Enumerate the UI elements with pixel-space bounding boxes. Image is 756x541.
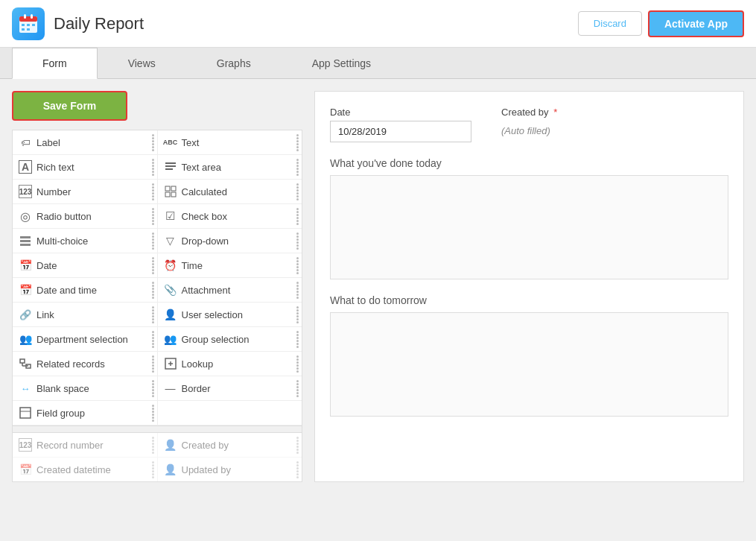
field-label-text: Check box	[182, 211, 296, 222]
attachment-icon: 📎	[164, 283, 177, 297]
field-item-rich-text[interactable]: A Rich text	[13, 155, 158, 179]
field-item-border[interactable]: — Border	[158, 376, 302, 400]
field-item-department-selection[interactable]: 👥 Department selection	[13, 327, 158, 351]
field-item-group-selection[interactable]: 👥 Group selection	[158, 327, 302, 351]
page-title: Daily Report	[54, 14, 578, 34]
required-marker: *	[553, 107, 557, 118]
field-row: ◎ Radio button ☑ Check box	[13, 204, 302, 229]
drag-handle	[296, 331, 299, 348]
field-item-date[interactable]: 📅 Date	[13, 253, 158, 277]
drag-handle	[152, 306, 154, 323]
svg-rect-7	[22, 28, 25, 31]
field-label-text: Rich text	[36, 162, 151, 173]
field-item-blank-space[interactable]: ↔ Blank space	[13, 376, 158, 400]
tab-views[interactable]: Views	[98, 48, 186, 78]
drag-handle	[152, 208, 154, 225]
field-label-text: Date and time	[36, 285, 151, 296]
created-by-icon: 👤	[164, 438, 177, 452]
tab-form[interactable]: Form	[12, 48, 98, 79]
field-item-calculated[interactable]: Calculated	[158, 180, 302, 203]
drag-handle	[152, 331, 154, 348]
field-group-icon	[19, 406, 32, 420]
user-selection-icon: 👤	[164, 308, 177, 321]
field-label-text: Created datetime	[36, 464, 151, 475]
field-label-text: Label	[36, 137, 151, 148]
field-item-drop-down[interactable]: ▽ Drop-down	[158, 229, 302, 253]
field-item-created-by[interactable]: 👤 Created by	[158, 433, 302, 457]
field-item-lookup[interactable]: Lookup	[158, 352, 302, 376]
drag-handle	[296, 159, 299, 176]
field-item-radio-button[interactable]: ◎ Radio button	[13, 204, 158, 228]
textarea2-input[interactable]	[330, 312, 728, 417]
textarea1-group: What you've done today	[330, 154, 728, 291]
department-selection-icon: 👥	[19, 332, 32, 346]
updated-by-icon: 👤	[164, 463, 177, 476]
field-item-check-box[interactable]: ☑ Check box	[158, 204, 302, 228]
drag-handle	[152, 159, 154, 176]
svg-rect-17	[20, 240, 31, 242]
field-item-text[interactable]: ABC Text	[158, 130, 302, 154]
discard-button[interactable]: Discard	[578, 11, 642, 36]
svg-rect-18	[20, 244, 31, 246]
svg-rect-12	[165, 186, 170, 191]
date-field-group: Date	[330, 107, 471, 142]
field-item-time[interactable]: ⏰ Time	[158, 253, 302, 277]
tab-app-settings[interactable]: App Settings	[282, 48, 401, 78]
field-item-multi-choice[interactable]: Multi-choice	[13, 229, 158, 253]
field-item-field-group[interactable]: Field group	[13, 401, 158, 425]
svg-rect-9	[165, 162, 176, 164]
drag-handle	[296, 282, 299, 299]
svg-rect-2	[24, 14, 26, 19]
activate-app-button[interactable]: Activate App	[648, 10, 744, 37]
calculated-icon	[164, 185, 177, 198]
save-form-button[interactable]: Save Form	[12, 91, 127, 121]
form-top-row: Date Created by * (Auto filled)	[330, 107, 728, 142]
drag-handle	[152, 257, 154, 274]
field-item-updated-by[interactable]: 👤 Updated by	[158, 458, 302, 481]
field-label-text: Border	[182, 383, 296, 394]
field-label-text: Lookup	[182, 358, 296, 370]
field-label-text: Text	[182, 137, 296, 148]
textarea1-input[interactable]	[330, 175, 728, 279]
field-row: Multi-choice ▽ Drop-down	[13, 229, 302, 253]
field-item-date-and-time[interactable]: 📅 Date and time	[13, 278, 158, 302]
field-item-text-area[interactable]: Text area	[158, 155, 302, 179]
created-by-field-group: Created by * (Auto filled)	[501, 107, 557, 142]
field-item-attachment[interactable]: 📎 Attachment	[158, 278, 302, 302]
drag-handle	[152, 282, 154, 299]
lookup-icon	[164, 357, 177, 370]
field-label-text: Number	[36, 186, 151, 197]
section-divider	[13, 425, 302, 433]
drag-handle	[296, 134, 299, 151]
field-item-empty	[158, 401, 302, 425]
field-item-user-selection[interactable]: 👤 User selection	[158, 303, 302, 326]
drag-handle	[296, 437, 299, 454]
field-label-text: Blank space	[36, 383, 151, 394]
date-icon: 📅	[19, 259, 32, 272]
field-label-text: Text area	[182, 162, 296, 173]
field-item-related-records[interactable]: Related records	[13, 352, 158, 376]
drag-handle	[152, 134, 154, 151]
blank-space-icon: ↔	[19, 382, 32, 395]
svg-rect-15	[171, 192, 176, 197]
check-box-icon: ☑	[164, 209, 177, 223]
svg-rect-3	[31, 14, 33, 19]
tab-graphs[interactable]: Graphs	[186, 48, 282, 78]
svg-rect-16	[20, 236, 31, 238]
field-item-label[interactable]: 🏷 Label	[13, 130, 158, 154]
svg-rect-19	[20, 359, 25, 363]
field-item-record-number[interactable]: 123 Record number	[13, 433, 158, 457]
date-input[interactable]	[330, 121, 471, 142]
svg-rect-14	[165, 192, 170, 197]
fields-grid: 🏷 Label ABC Text A Rich text	[12, 130, 302, 482]
field-item-link[interactable]: 🔗 Link	[13, 303, 158, 326]
field-item-created-datetime[interactable]: 📅 Created datetime	[13, 458, 158, 481]
app-icon	[12, 7, 45, 40]
svg-rect-10	[165, 165, 176, 167]
related-records-icon	[19, 357, 32, 370]
drag-handle	[296, 183, 299, 200]
field-item-number[interactable]: 123 Number	[13, 180, 158, 203]
field-row-grayed: 📅 Created datetime 👤 Updated by	[13, 458, 302, 481]
drag-handle	[296, 461, 299, 478]
field-label-text: Time	[182, 260, 296, 271]
